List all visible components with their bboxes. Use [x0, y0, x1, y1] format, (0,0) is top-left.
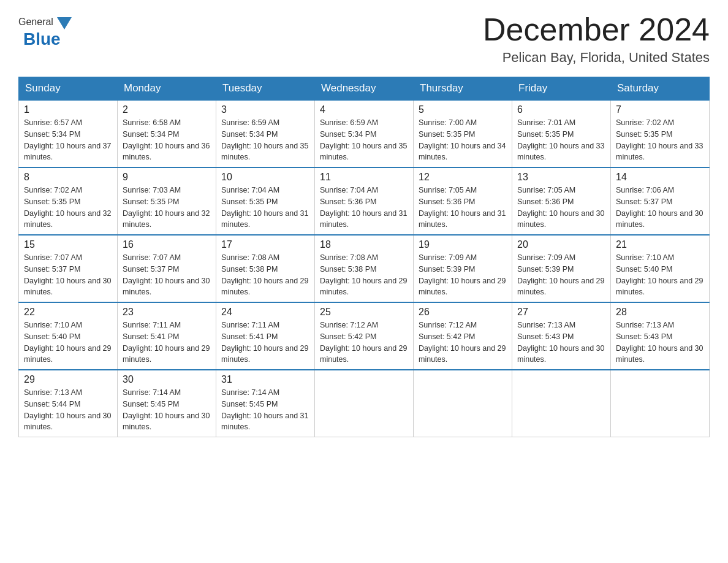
day-number: 18 — [320, 239, 408, 250]
calendar-week-row: 29 Sunrise: 7:13 AMSunset: 5:44 PMDaylig… — [19, 370, 710, 437]
calendar-cell: 13 Sunrise: 7:05 AMSunset: 5:36 PMDaylig… — [512, 167, 611, 235]
day-number: 10 — [221, 172, 309, 183]
calendar-cell — [414, 370, 512, 437]
title-area: December 2024 Pelican Bay, Florida, Unit… — [483, 12, 710, 66]
location-subtitle: Pelican Bay, Florida, United States — [483, 50, 710, 66]
calendar-cell: 28 Sunrise: 7:13 AMSunset: 5:43 PMDaylig… — [611, 302, 710, 370]
day-number: 31 — [221, 374, 309, 385]
calendar-cell — [512, 370, 611, 437]
day-number: 2 — [123, 104, 211, 115]
day-number: 25 — [320, 307, 408, 318]
day-info: Sunrise: 7:09 AMSunset: 5:39 PMDaylight:… — [419, 253, 506, 296]
logo-area: General Blue — [18, 12, 75, 49]
calendar-cell: 20 Sunrise: 7:09 AMSunset: 5:39 PMDaylig… — [512, 235, 611, 302]
calendar-cell: 3 Sunrise: 6:59 AMSunset: 5:34 PMDayligh… — [216, 100, 315, 167]
day-number: 4 — [320, 104, 408, 115]
calendar-cell: 6 Sunrise: 7:01 AMSunset: 5:35 PMDayligh… — [512, 100, 611, 167]
calendar-cell: 5 Sunrise: 7:00 AMSunset: 5:35 PMDayligh… — [414, 100, 512, 167]
day-info: Sunrise: 7:05 AMSunset: 5:36 PMDaylight:… — [517, 186, 604, 229]
day-number: 11 — [320, 172, 408, 183]
calendar-week-row: 15 Sunrise: 7:07 AMSunset: 5:37 PMDaylig… — [19, 235, 710, 302]
weekday-header-friday: Friday — [512, 77, 611, 101]
day-number: 13 — [517, 172, 605, 183]
calendar-cell: 27 Sunrise: 7:13 AMSunset: 5:43 PMDaylig… — [512, 302, 611, 370]
day-info: Sunrise: 7:09 AMSunset: 5:39 PMDaylight:… — [517, 253, 604, 296]
day-info: Sunrise: 6:59 AMSunset: 5:34 PMDaylight:… — [320, 118, 407, 161]
month-title: December 2024 — [483, 12, 710, 47]
day-info: Sunrise: 7:08 AMSunset: 5:38 PMDaylight:… — [320, 253, 407, 296]
day-number: 15 — [24, 239, 112, 250]
calendar-cell: 22 Sunrise: 7:10 AMSunset: 5:40 PMDaylig… — [19, 302, 118, 370]
calendar-cell: 2 Sunrise: 6:58 AMSunset: 5:34 PMDayligh… — [118, 100, 216, 167]
day-info: Sunrise: 7:14 AMSunset: 5:45 PMDaylight:… — [123, 388, 210, 431]
calendar-cell: 30 Sunrise: 7:14 AMSunset: 5:45 PMDaylig… — [118, 370, 216, 437]
day-number: 8 — [24, 172, 112, 183]
day-number: 21 — [616, 239, 704, 250]
calendar-table: SundayMondayTuesdayWednesdayThursdayFrid… — [18, 77, 710, 437]
day-number: 27 — [517, 307, 605, 318]
calendar-cell: 31 Sunrise: 7:14 AMSunset: 5:45 PMDaylig… — [216, 370, 315, 437]
calendar-cell: 26 Sunrise: 7:12 AMSunset: 5:42 PMDaylig… — [414, 302, 512, 370]
day-info: Sunrise: 6:59 AMSunset: 5:34 PMDaylight:… — [221, 118, 308, 161]
logo-general-text: General — [18, 17, 53, 28]
day-info: Sunrise: 7:03 AMSunset: 5:35 PMDaylight:… — [123, 186, 210, 229]
day-info: Sunrise: 7:10 AMSunset: 5:40 PMDaylight:… — [616, 253, 703, 296]
weekday-header-thursday: Thursday — [414, 77, 512, 101]
day-number: 9 — [123, 172, 211, 183]
day-number: 30 — [123, 374, 211, 385]
day-number: 20 — [517, 239, 605, 250]
calendar-cell: 23 Sunrise: 7:11 AMSunset: 5:41 PMDaylig… — [118, 302, 216, 370]
calendar-cell: 15 Sunrise: 7:07 AMSunset: 5:37 PMDaylig… — [19, 235, 118, 302]
calendar-cell — [315, 370, 414, 437]
day-number: 22 — [24, 307, 112, 318]
day-number: 29 — [24, 374, 112, 385]
calendar-cell: 25 Sunrise: 7:12 AMSunset: 5:42 PMDaylig… — [315, 302, 414, 370]
day-info: Sunrise: 7:02 AMSunset: 5:35 PMDaylight:… — [616, 118, 703, 161]
day-number: 14 — [616, 172, 704, 183]
day-info: Sunrise: 7:13 AMSunset: 5:43 PMDaylight:… — [616, 321, 703, 364]
calendar-cell: 1 Sunrise: 6:57 AMSunset: 5:34 PMDayligh… — [19, 100, 118, 167]
day-number: 24 — [221, 307, 309, 318]
day-info: Sunrise: 7:11 AMSunset: 5:41 PMDaylight:… — [221, 321, 308, 364]
day-info: Sunrise: 7:11 AMSunset: 5:41 PMDaylight:… — [123, 321, 210, 364]
day-number: 1 — [24, 104, 112, 115]
day-number: 16 — [123, 239, 211, 250]
day-info: Sunrise: 7:07 AMSunset: 5:37 PMDaylight:… — [24, 253, 111, 296]
weekday-header-sunday: Sunday — [19, 77, 118, 101]
calendar-cell: 17 Sunrise: 7:08 AMSunset: 5:38 PMDaylig… — [216, 235, 315, 302]
day-info: Sunrise: 7:08 AMSunset: 5:38 PMDaylight:… — [221, 253, 308, 296]
weekday-header-wednesday: Wednesday — [315, 77, 414, 101]
day-info: Sunrise: 7:13 AMSunset: 5:44 PMDaylight:… — [24, 388, 111, 431]
day-info: Sunrise: 7:07 AMSunset: 5:37 PMDaylight:… — [123, 253, 210, 296]
day-number: 5 — [419, 104, 507, 115]
calendar-cell: 18 Sunrise: 7:08 AMSunset: 5:38 PMDaylig… — [315, 235, 414, 302]
day-info: Sunrise: 7:06 AMSunset: 5:37 PMDaylight:… — [616, 186, 703, 229]
calendar-week-row: 22 Sunrise: 7:10 AMSunset: 5:40 PMDaylig… — [19, 302, 710, 370]
weekday-header-monday: Monday — [118, 77, 216, 101]
day-number: 23 — [123, 307, 211, 318]
day-number: 3 — [221, 104, 309, 115]
day-info: Sunrise: 7:00 AMSunset: 5:35 PMDaylight:… — [419, 118, 506, 161]
day-info: Sunrise: 7:04 AMSunset: 5:36 PMDaylight:… — [320, 186, 407, 229]
day-info: Sunrise: 7:02 AMSunset: 5:35 PMDaylight:… — [24, 186, 111, 229]
weekday-header-saturday: Saturday — [611, 77, 710, 101]
calendar-cell: 9 Sunrise: 7:03 AMSunset: 5:35 PMDayligh… — [118, 167, 216, 235]
day-number: 17 — [221, 239, 309, 250]
calendar-cell: 14 Sunrise: 7:06 AMSunset: 5:37 PMDaylig… — [611, 167, 710, 235]
day-number: 7 — [616, 104, 704, 115]
calendar-cell: 8 Sunrise: 7:02 AMSunset: 5:35 PMDayligh… — [19, 167, 118, 235]
calendar-cell: 19 Sunrise: 7:09 AMSunset: 5:39 PMDaylig… — [414, 235, 512, 302]
day-info: Sunrise: 7:12 AMSunset: 5:42 PMDaylight:… — [419, 321, 506, 364]
day-number: 12 — [419, 172, 507, 183]
weekday-header-row: SundayMondayTuesdayWednesdayThursdayFrid… — [19, 77, 710, 101]
calendar-cell: 24 Sunrise: 7:11 AMSunset: 5:41 PMDaylig… — [216, 302, 315, 370]
calendar-cell: 29 Sunrise: 7:13 AMSunset: 5:44 PMDaylig… — [19, 370, 118, 437]
day-info: Sunrise: 7:12 AMSunset: 5:42 PMDaylight:… — [320, 321, 407, 364]
svg-marker-0 — [57, 17, 72, 29]
day-number: 28 — [616, 307, 704, 318]
calendar-cell: 7 Sunrise: 7:02 AMSunset: 5:35 PMDayligh… — [611, 100, 710, 167]
day-info: Sunrise: 7:05 AMSunset: 5:36 PMDaylight:… — [419, 186, 506, 229]
day-number: 19 — [419, 239, 507, 250]
day-number: 6 — [517, 104, 605, 115]
calendar-cell — [611, 370, 710, 437]
